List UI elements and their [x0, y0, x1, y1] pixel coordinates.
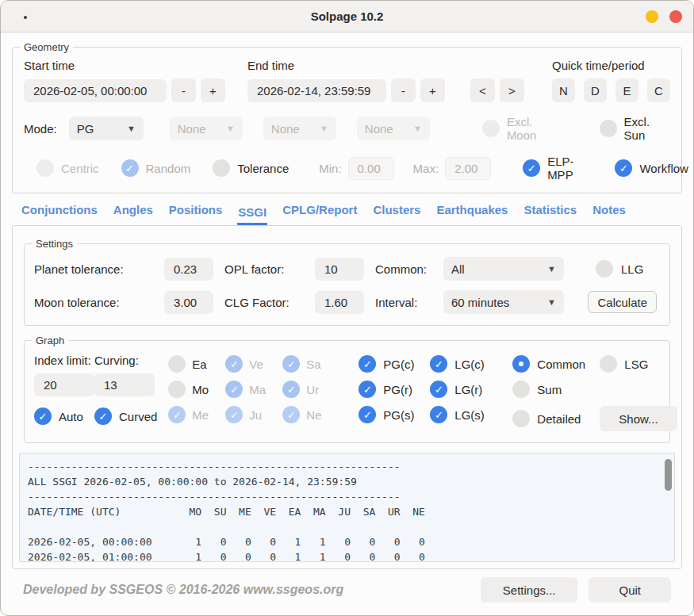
end-time-input[interactable]: 2026-02-14, 23:59:59 — [247, 79, 386, 102]
checkbox-checked-icon — [282, 406, 300, 423]
end-plus-button[interactable]: + — [420, 78, 445, 102]
tab-statistics[interactable]: Statistics — [523, 203, 577, 225]
common-select[interactable]: All▼ — [443, 257, 564, 281]
lsg-checkbox[interactable]: LSG — [600, 355, 678, 373]
max-field: Max: 2.00 — [413, 157, 492, 180]
checkbox-checked-icon[interactable] — [359, 406, 376, 423]
tab-conjunctions[interactable]: Conjunctions — [21, 203, 98, 225]
settings-button[interactable]: Settings... — [481, 577, 578, 603]
workflow-checkbox[interactable]: Workflow — [615, 159, 688, 177]
start-plus-button[interactable]: + — [201, 78, 225, 102]
series-checkbox-grid: PG(c) LG(c) PG(r) LG(r) — [359, 355, 501, 431]
lg-s-checkbox[interactable]: LG(s) — [430, 406, 501, 423]
radio-checked-icon[interactable] — [512, 355, 530, 373]
app-window: Solpage 10.2 Geometry Start time 2026-02… — [0, 0, 694, 616]
excl-sun-checkbox[interactable]: Excl. Sun — [600, 115, 670, 142]
chevron-down-icon: ▼ — [226, 124, 235, 133]
curving-label: Curving: — [94, 354, 157, 367]
period-prev-button[interactable]: < — [470, 78, 495, 102]
mode-select[interactable]: PG▼ — [69, 117, 144, 140]
quick-c-button[interactable]: C — [647, 78, 670, 102]
sum-checkbox[interactable]: Sum — [512, 381, 600, 398]
lg-c-checkbox[interactable]: LG(c) — [430, 355, 501, 373]
detailed-checkbox[interactable]: Detailed — [512, 406, 600, 431]
period-next-button[interactable]: > — [500, 78, 524, 102]
curved-checkbox[interactable]: Curved — [94, 407, 157, 425]
excl-moon-checkbox: Excl. Moon — [482, 115, 562, 142]
quick-e-button[interactable]: E — [615, 78, 638, 102]
titlebar[interactable]: Solpage 10.2 — [1, 1, 693, 33]
index-limit-input[interactable]: 20 — [34, 373, 94, 396]
mode-select-2: None▼ — [170, 117, 243, 140]
checkbox-checked-icon[interactable] — [34, 407, 52, 425]
checkbox-checked-icon[interactable] — [359, 355, 376, 373]
tab-notes[interactable]: Notes — [592, 203, 627, 225]
checkbox-checked-icon[interactable] — [430, 355, 447, 373]
end-minus-button[interactable]: - — [391, 78, 416, 102]
clg-factor-label: CLG Factor: — [224, 296, 304, 309]
tab-cplg-report[interactable]: CPLG/Report — [282, 203, 358, 225]
common-radio[interactable]: Common — [512, 355, 600, 373]
earth-checkbox[interactable]: Ea — [168, 355, 225, 373]
checkbox-checked-icon[interactable] — [615, 159, 632, 177]
minimize-button[interactable] — [646, 10, 658, 23]
start-minus-button[interactable]: - — [171, 78, 196, 102]
checkbox-checked-icon[interactable] — [430, 406, 447, 423]
graph-group: Graph Index limit: 20 Auto Curving: 13 — [24, 340, 670, 443]
checkbox-icon[interactable] — [512, 381, 530, 398]
moon-tolerance-input[interactable]: 3.00 — [164, 291, 213, 314]
checkbox-icon[interactable] — [168, 355, 186, 373]
opl-factor-input[interactable]: 10 — [315, 258, 364, 281]
checkbox-checked-icon[interactable] — [94, 407, 112, 425]
mercury-checkbox: Me — [168, 406, 225, 423]
quick-now-button[interactable]: N — [552, 78, 575, 102]
auto-checkbox[interactable]: Auto — [34, 407, 94, 425]
checkbox-icon[interactable] — [600, 355, 617, 373]
tab-angles[interactable]: Angles — [113, 203, 154, 225]
checkbox-checked-icon[interactable] — [430, 381, 447, 398]
planet-tolerance-input[interactable]: 0.23 — [164, 258, 213, 281]
ssgi-output-area[interactable]: ----------------------------------------… — [19, 453, 675, 562]
clg-factor-input[interactable]: 1.60 — [315, 291, 364, 314]
lg-r-checkbox[interactable]: LG(r) — [430, 381, 501, 398]
tab-ssgi[interactable]: SSGI — [237, 205, 267, 225]
show-button[interactable]: Show... — [600, 406, 677, 431]
settings-legend: Settings — [32, 237, 77, 251]
pg-r-checkbox[interactable]: PG(r) — [359, 381, 430, 398]
uranus-checkbox: Ur — [282, 381, 339, 398]
interval-select[interactable]: 60 minutes▼ — [443, 290, 564, 314]
elp-mpp-checkbox[interactable]: ELP-MPP — [523, 155, 573, 182]
llg-checkbox[interactable]: LLG — [575, 260, 660, 277]
curving-input[interactable]: 13 — [94, 373, 155, 396]
mode-select-3: None▼ — [263, 117, 336, 140]
checkbox-checked-icon[interactable] — [359, 381, 376, 398]
start-time-input[interactable]: 2026-02-05, 00:00:00 — [24, 79, 167, 102]
checkbox-icon[interactable] — [213, 159, 230, 177]
checkbox-icon[interactable] — [512, 410, 530, 427]
close-button[interactable] — [669, 10, 682, 23]
checkbox-checked-icon[interactable] — [523, 159, 540, 177]
quit-button[interactable]: Quit — [589, 577, 671, 603]
checkbox-icon[interactable] — [600, 120, 617, 137]
calculate-button[interactable]: Calculate — [588, 291, 657, 313]
pg-c-checkbox[interactable]: PG(c) — [359, 355, 430, 373]
saturn-checkbox: Sa — [282, 355, 339, 373]
mars-checkbox: Ma — [225, 381, 282, 398]
chevron-down-icon: ▼ — [413, 124, 422, 133]
moon-tolerance-label: Moon tolerance: — [34, 296, 153, 309]
tab-clusters[interactable]: Clusters — [372, 203, 421, 225]
checkbox-icon[interactable] — [596, 260, 613, 277]
moon-checkbox[interactable]: Mo — [168, 381, 225, 398]
tab-earthquakes[interactable]: Earthquakes — [435, 203, 508, 225]
tab-positions[interactable]: Positions — [168, 203, 224, 225]
graph-legend: Graph — [32, 334, 68, 347]
index-limit-label: Index limit: — [34, 354, 94, 367]
scrollbar-thumb[interactable] — [665, 459, 672, 491]
pg-s-checkbox[interactable]: PG(s) — [359, 406, 430, 423]
display-options: Common LSG Sum Detaile — [512, 355, 678, 431]
index-limit-field: Index limit: 20 Auto — [34, 354, 94, 431]
checkbox-icon[interactable] — [168, 381, 186, 398]
tolerance-checkbox[interactable]: Tolerance — [213, 159, 289, 177]
quick-day-button[interactable]: D — [584, 78, 607, 102]
max-label: Max: — [413, 162, 439, 175]
